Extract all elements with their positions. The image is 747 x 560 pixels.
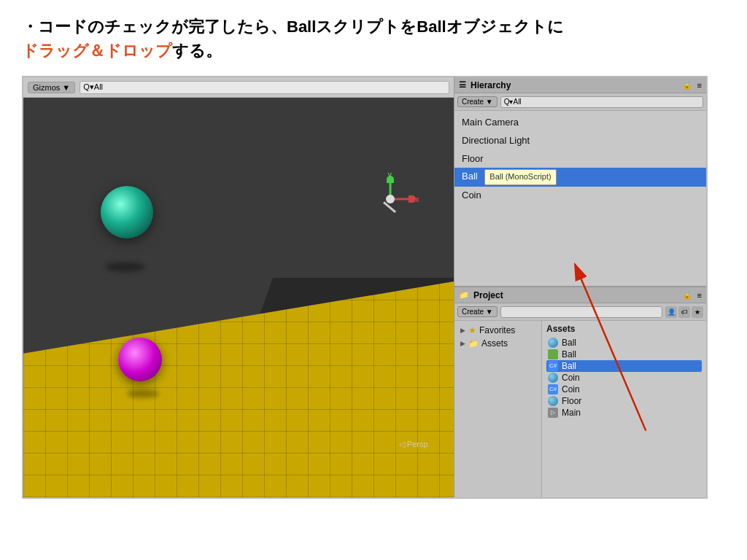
- hierarchy-create-button[interactable]: Create ▼: [457, 96, 498, 107]
- assets-sidebar-item[interactable]: ▶ 📁 Assets: [454, 337, 541, 350]
- ball-magenta-shadow: [127, 389, 159, 398]
- asset-coin-sphere-label: Coin: [562, 373, 580, 383]
- hierarchy-item-coin[interactable]: Coin: [454, 187, 706, 205]
- assets-arrow: ▶: [460, 340, 465, 347]
- hierarchy-title: Hierarchy: [471, 80, 511, 90]
- floor-sphere-icon: [548, 396, 558, 406]
- coin-script-icon: C#: [548, 384, 558, 394]
- hierarchy-item-directional-light[interactable]: Directional Light: [454, 132, 706, 150]
- hierarchy-icon: ☰: [459, 80, 466, 90]
- instruction-suffix: する。: [172, 42, 222, 60]
- ball-green-shadow: [105, 262, 145, 272]
- gizmo-y-tip: [387, 176, 394, 183]
- scene-canvas: y x ◁ Persp: [23, 98, 454, 497]
- gizmos-button[interactable]: Gizmos ▼: [28, 82, 75, 93]
- ball-mesh-icon: [548, 349, 558, 359]
- coin-sphere-icon: [548, 373, 558, 383]
- hierarchy-item-ball[interactable]: Ball Ball (MonoScript): [454, 168, 706, 187]
- hierarchy-menu-icon[interactable]: ≡: [697, 81, 702, 90]
- assets-label: Assets: [481, 338, 508, 349]
- instruction-highlight: ドラッグ＆ドロップ: [22, 42, 172, 60]
- main-unity-icon: ▷: [548, 408, 558, 418]
- project-title: Project: [473, 290, 503, 300]
- favorites-star-icon: ★: [468, 325, 476, 335]
- project-panel: 📁 Project 🔒 ≡ Create ▼ 👤 🏷 ★: [454, 287, 706, 497]
- asset-coin-script-label: Coin: [562, 384, 580, 394]
- page-container: ・コードのチェックが完了したら、BallスクリプトをBallオブジェクトに ドラ…: [0, 0, 747, 560]
- gizmo-x-label: x: [415, 195, 419, 203]
- hierarchy-titlebar: ☰ Hierarchy 🔒 ≡: [454, 77, 706, 93]
- asset-ball-mesh-label: Ball: [562, 349, 576, 359]
- instruction-block: ・コードのチェックが完了したら、BallスクリプトをBallオブジェクトに ドラ…: [22, 15, 725, 63]
- asset-coin-sphere[interactable]: Coin: [546, 372, 702, 384]
- scene-toolbar: Gizmos ▼: [23, 77, 454, 98]
- project-assets-list: Assets Ball Ball C#: [542, 321, 706, 497]
- project-icon-people[interactable]: 👤: [665, 306, 677, 318]
- asset-main-label: Main: [562, 408, 581, 418]
- asset-coin-script[interactable]: C# Coin: [546, 384, 702, 395]
- project-toolbar-icons: 👤 🏷 ★: [665, 306, 703, 318]
- project-sidebar: ▶ ★ Favorites ▶ 📁 Assets: [454, 321, 542, 497]
- hierarchy-item-floor[interactable]: Floor: [454, 150, 706, 168]
- scene-view: Gizmos ▼ y: [23, 77, 454, 497]
- asset-ball-script-label: Ball: [562, 361, 576, 371]
- assets-folder-icon: 📁: [468, 339, 479, 349]
- ball-monoscript-tooltip: Ball (MonoScript): [484, 169, 556, 185]
- asset-floor-label: Floor: [562, 396, 581, 406]
- favorites-label: Favorites: [479, 325, 515, 335]
- asset-main[interactable]: ▷ Main: [546, 407, 702, 419]
- hierarchy-list: Main Camera Directional Light Floor Ball…: [454, 111, 706, 286]
- asset-ball-sphere-label: Ball: [562, 338, 576, 348]
- project-create-button[interactable]: Create ▼: [457, 306, 498, 317]
- hierarchy-search-input[interactable]: [500, 96, 703, 108]
- project-icon-star[interactable]: ★: [692, 306, 703, 318]
- gizmo-center: [386, 195, 395, 203]
- asset-ball-sphere[interactable]: Ball: [546, 337, 702, 349]
- ball-magenta-sphere: [118, 338, 162, 381]
- asset-floor[interactable]: Floor: [546, 395, 702, 407]
- project-menu-icon[interactable]: ≡: [697, 291, 702, 300]
- favorites-arrow: ▶: [460, 327, 465, 334]
- project-titlebar: 📁 Project 🔒 ≡: [454, 287, 706, 303]
- ball-sphere-icon: [548, 338, 558, 348]
- assets-header: Assets: [546, 322, 702, 337]
- persp-label: ◁ Persp: [399, 440, 428, 449]
- favorites-sidebar-item[interactable]: ▶ ★ Favorites: [454, 324, 541, 337]
- project-content: ▶ ★ Favorites ▶ 📁 Assets Assets: [454, 321, 706, 497]
- project-lock-icon[interactable]: 🔒: [682, 290, 692, 300]
- project-search-input[interactable]: [500, 306, 662, 318]
- hierarchy-toolbar: Create ▼: [454, 93, 706, 111]
- ui-screenshot: Gizmos ▼ y: [22, 76, 708, 499]
- asset-ball-script[interactable]: C# Ball: [546, 360, 702, 372]
- scene-gizmo: y x: [361, 170, 419, 228]
- ball-script-icon: C#: [548, 361, 558, 371]
- hierarchy-panel: ☰ Hierarchy 🔒 ≡ Create ▼ Main Camera Dir…: [454, 77, 706, 287]
- project-icon-tag[interactable]: 🏷: [678, 306, 690, 318]
- asset-ball-mesh[interactable]: Ball: [546, 349, 702, 360]
- project-folder-icon: 📁: [459, 290, 469, 300]
- gizmos-label: Gizmos ▼: [33, 83, 70, 92]
- hierarchy-item-main-camera[interactable]: Main Camera: [454, 114, 706, 132]
- project-toolbar: Create ▼ 👤 🏷 ★: [454, 303, 706, 321]
- right-panels: ☰ Hierarchy 🔒 ≡ Create ▼ Main Camera Dir…: [454, 77, 706, 497]
- hierarchy-lock-icon[interactable]: 🔒: [682, 80, 692, 90]
- instruction-line1: ・コードのチェックが完了したら、BallスクリプトをBallオブジェクトに: [22, 18, 564, 36]
- ball-green-sphere: [101, 186, 153, 238]
- scene-search-input[interactable]: [80, 81, 449, 94]
